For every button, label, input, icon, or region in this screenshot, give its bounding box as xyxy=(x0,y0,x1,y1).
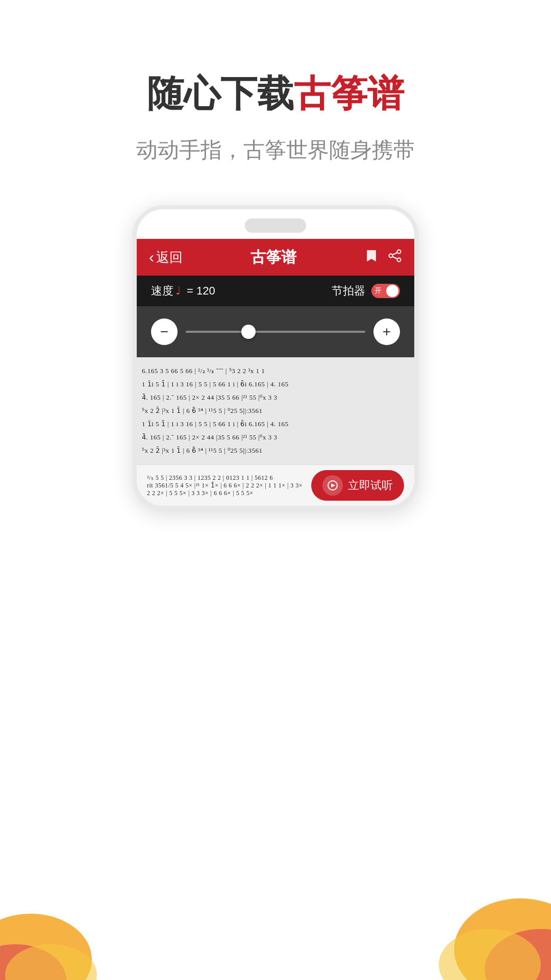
sub-title: 动动手指，古筝世界随身携带 xyxy=(0,136,551,164)
score-row-5: 1 1̈i 5 1̄ | 1 i 3 16 | 5 5 | 5 66 1 i |… xyxy=(142,418,409,431)
decoration-blob-left xyxy=(0,827,122,980)
header-icons xyxy=(364,249,402,266)
listen-label: 立即试听 xyxy=(348,478,393,493)
svg-point-6 xyxy=(397,250,401,253)
title-part2: 古筝谱 xyxy=(294,73,404,114)
svg-point-0 xyxy=(0,914,92,980)
decoration-blob-right xyxy=(408,806,551,980)
score-row-1: 6.165 3 5 66 5 66 | ²/₂ ³/₃ ˜˜˜ | ⁵3 2 2… xyxy=(142,364,409,378)
score-content: 6.165 3 5 66 5 66 | ²/₂ ³/₃ ˜˜˜ | ⁵3 2 2… xyxy=(137,361,414,460)
toggle-thumb xyxy=(386,285,398,297)
speed-value: = 120 xyxy=(187,284,215,298)
speed-bar: 速度 ♩ = 120 节拍器 开 xyxy=(137,276,414,306)
phone-screen: ‹ 返回 古筝谱 xyxy=(137,239,414,506)
phone-mockup: ‹ 返回 古筝谱 xyxy=(133,205,418,510)
slider-fill xyxy=(186,331,248,333)
plus-icon: + xyxy=(383,324,391,340)
title-part1: 随心下载 xyxy=(147,73,294,114)
bookmark-icon[interactable] xyxy=(364,249,379,266)
music-note-icon: ♩ xyxy=(176,284,181,298)
back-label: 返回 xyxy=(156,249,183,266)
svg-point-4 xyxy=(485,929,551,980)
speed-slider[interactable] xyxy=(186,331,365,333)
listen-icon xyxy=(322,475,343,496)
svg-point-3 xyxy=(454,898,551,980)
bottom-score-row3: 2 2 2× | 5 5 5× | 3 3 3× | 6 6 6× | 5 5 … xyxy=(147,489,303,497)
svg-line-9 xyxy=(393,253,397,255)
metronome-section: 节拍器 开 xyxy=(332,283,400,299)
metronome-toggle[interactable]: 开 xyxy=(371,284,400,298)
svg-point-5 xyxy=(439,929,541,980)
bottom-score: ²/₅ 5 5 | 2356 3 3 | 1235 2 2 | 0123 1 1… xyxy=(147,474,303,497)
speed-label: 速度 xyxy=(151,283,173,299)
phone-container: ‹ 返回 古筝谱 xyxy=(0,205,551,510)
listen-button[interactable]: 立即试听 xyxy=(311,470,404,501)
back-chevron-icon: ‹ xyxy=(149,249,154,266)
svg-point-7 xyxy=(389,254,393,257)
score-row-2: 1 1̈i 5 1̄ | 1 i 3 16 | 5 5 | 5 66 1 i |… xyxy=(142,378,409,391)
bottom-bar: ²/₅ 5 5 | 2356 3 3 | 1235 2 2 | 0123 1 1… xyxy=(137,464,414,506)
svg-point-1 xyxy=(0,944,66,980)
app-screen: ‹ 返回 古筝谱 xyxy=(137,239,414,506)
score-area: 6.165 3 5 66 5 66 | ²/₂ ³/₃ ˜˜˜ | ⁵3 2 2… xyxy=(137,357,414,464)
slider-thumb xyxy=(241,325,256,339)
phone-speaker xyxy=(245,218,306,233)
main-title: 随心下载古筝谱 xyxy=(0,71,551,115)
score-row-4: ⁵x 2 2̄ |³x 1 1̄ | 6 6̃ ³⁴ | ¹¹5 5 | ⁰25… xyxy=(142,404,409,418)
metronome-label: 节拍器 xyxy=(332,283,365,299)
minus-button[interactable]: − xyxy=(151,318,178,345)
score-row-6: 4̃. 165 | 2.˜ 165 | 2× 2 44 |35 5 66 |²¹… xyxy=(142,431,409,444)
share-icon[interactable] xyxy=(388,249,402,266)
app-header: ‹ 返回 古筝谱 xyxy=(137,239,414,276)
back-button[interactable]: ‹ 返回 xyxy=(149,249,183,266)
svg-point-2 xyxy=(5,944,97,980)
app-bar-title: 古筝谱 xyxy=(251,247,296,268)
header-section: 随心下载古筝谱 动动手指，古筝世界随身携带 xyxy=(0,0,551,195)
bottom-score-row2: rit 3561/5 5 4 5× |²¹ 1× 1̄× | 6 6 6× | … xyxy=(147,482,303,489)
bottom-score-row1: ²/₅ 5 5 | 2356 3 3 | 1235 2 2 | 0123 1 1… xyxy=(147,474,303,482)
toggle-on-label: 开 xyxy=(374,286,382,296)
svg-line-10 xyxy=(393,257,397,259)
plus-button[interactable]: + xyxy=(373,318,400,345)
slider-area: − + xyxy=(137,306,414,357)
svg-point-8 xyxy=(397,258,401,261)
minus-icon: − xyxy=(160,324,168,340)
score-row-3: 4̃. 165 | 2.˜ 165 | 2× 2 44 |35 5 66 |²¹… xyxy=(142,391,409,404)
score-row-7: ⁵x 2 2̄ |³x 1 1̄ | 6 6̃ ³⁴ | ¹¹5 5 | ⁰25… xyxy=(142,444,409,457)
